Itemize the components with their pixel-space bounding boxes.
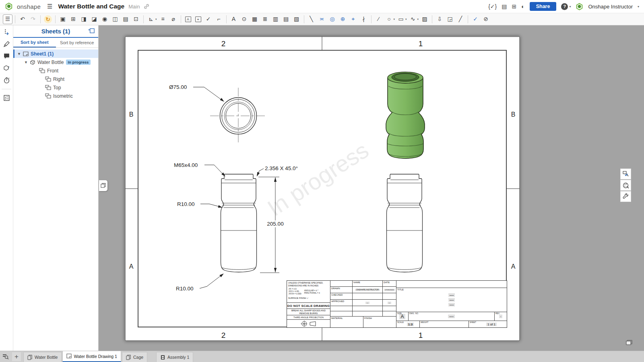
drawn-date-cell[interactable]: 07/26/2024 — [383, 287, 396, 293]
balloon-icon[interactable]: ⊙ — [239, 14, 249, 24]
tree-row-right-view[interactable]: Right — [13, 75, 98, 83]
ordinate-dimension-icon[interactable]: ≡ — [158, 14, 168, 24]
tab-sort-by-sheet[interactable]: Sort by sheet — [13, 38, 56, 47]
detail-view-icon[interactable]: ◉ — [100, 14, 109, 24]
tab-water-bottle-drawing-1[interactable]: Water Bottle Drawing 1 — [62, 351, 121, 362]
isometric-view[interactable] — [386, 72, 425, 158]
tree-row-water-bottle[interactable]: ▼ Water Bottle In progress — [13, 58, 98, 66]
sheet-overview-button[interactable] — [625, 339, 633, 348]
callout-icon[interactable]: ╲ — [307, 14, 316, 24]
material-cell[interactable]: MATERIAL — [330, 317, 363, 327]
user-name[interactable]: Onshape Instructor — [588, 4, 633, 10]
link-icon[interactable] — [144, 4, 149, 9]
finish-cell[interactable]: FINISH — [363, 317, 396, 327]
export-dxf-icon[interactable]: ⇩ — [435, 14, 444, 24]
title-value-line3[interactable]: ---- — [448, 303, 455, 306]
dwg-no-cell[interactable]: DWG. NO. ---- — [409, 312, 495, 321]
sheet-value[interactable]: 1 of 1 — [486, 323, 497, 326]
undo-icon[interactable]: ↶ — [18, 14, 27, 24]
note-icon[interactable]: A — [229, 14, 239, 24]
scale-value[interactable]: 1:3 — [407, 323, 414, 326]
insert-image-icon[interactable]: ◲ — [445, 14, 455, 24]
onshape-logo-icon[interactable] — [5, 2, 13, 10]
chevron-down-icon[interactable]: ▼ — [17, 52, 21, 56]
broken-view-icon[interactable]: ◫ — [110, 14, 120, 24]
hole-table-icon[interactable]: ▥ — [271, 14, 281, 24]
surface-finish-symbol-icon[interactable]: ✓ — [204, 14, 213, 24]
drawn-date-value[interactable]: 07/26/2024 — [384, 289, 395, 291]
geometric-tolerance-icon[interactable]: ⌖ — [195, 16, 201, 22]
follow-mode-icon[interactable] — [3, 29, 10, 35]
drawing-sheet[interactable]: In progress 2 1 2 1 B A B A — [125, 36, 520, 341]
redo-icon[interactable]: ↷ — [28, 14, 38, 24]
drawing-tools-button[interactable] — [620, 191, 631, 202]
help-menu[interactable]: ? ▾ — [561, 3, 571, 10]
tangent-line-icon[interactable]: ∤ — [359, 14, 369, 24]
top-view[interactable] — [210, 88, 266, 144]
insert-view-icon[interactable]: ▣ — [58, 14, 68, 24]
dimension-bottom-radius[interactable]: R10.00 — [176, 272, 225, 292]
sketch-rectangle-icon[interactable]: ▭ — [396, 14, 406, 24]
sketch-line-icon[interactable]: ∕ — [374, 14, 384, 24]
title-value-line1[interactable]: ---- — [448, 293, 455, 297]
rev-value[interactable]: - — [499, 315, 503, 318]
dwg-no-value[interactable]: ---- — [448, 315, 455, 318]
dimension-diameter[interactable]: Ø75.00 — [169, 84, 225, 103]
approved-date-cell[interactable]: – — [383, 300, 396, 306]
document-properties-icon[interactable]: ▤ — [502, 3, 507, 10]
right-view[interactable] — [387, 174, 423, 272]
centerline-icon[interactable]: ≍ — [317, 14, 327, 24]
add-tab-button[interactable]: + — [12, 352, 21, 361]
weight-cell[interactable]: WEIGHT — [420, 321, 469, 327]
weld-symbol-icon[interactable]: ⌐ — [214, 14, 224, 24]
break-out-section-icon[interactable]: ▤ — [121, 14, 130, 24]
checked-date-cell[interactable] — [383, 293, 396, 300]
sheets-panel-toggle-icon[interactable]: ☰ — [3, 14, 12, 24]
title-cell[interactable]: TITLE ---- ---- ---- — [396, 288, 507, 312]
user-avatar-logo-icon[interactable] — [576, 3, 583, 10]
theme-icon[interactable]: ◐ — [521, 3, 524, 10]
history-icon[interactable] — [3, 77, 10, 84]
app-store-icon[interactable]: ⊞ — [512, 3, 516, 10]
tab-sort-by-reference[interactable]: Sort by reference — [56, 38, 99, 47]
centermark-icon[interactable]: ⊕ — [338, 14, 348, 24]
tree-row-sheet1[interactable]: ▼ Sheet1 (1) — [13, 49, 98, 58]
tree-row-top-view[interactable]: Top — [13, 83, 98, 92]
approved-name-cell[interactable]: – — [353, 300, 383, 306]
dimension-icon-caret[interactable]: ▾ — [155, 18, 157, 21]
rev-cell[interactable]: REV. - — [495, 312, 507, 321]
tree-row-isometric-view[interactable]: Isometric — [13, 92, 98, 100]
dimension-check-button[interactable] — [620, 169, 631, 179]
sheet-cell[interactable]: SHEET 1 of 1 — [469, 321, 507, 327]
scale-cell[interactable]: SCALE 1:3 — [396, 321, 420, 327]
projected-view-icon[interactable]: ⊞ — [68, 14, 78, 24]
center-target-icon[interactable]: ⌖ — [349, 14, 358, 24]
revision-table-icon[interactable]: ▤ — [281, 14, 291, 24]
table-icon[interactable]: ▦ — [250, 14, 260, 24]
user-caret-icon[interactable]: ▾ — [638, 5, 639, 8]
verify-dimensions-icon[interactable]: ✓ — [471, 14, 480, 24]
panel-collapse-handle[interactable] — [99, 180, 107, 191]
help-icon[interactable]: ? — [561, 3, 568, 10]
sketch-spline-icon[interactable]: ∿ — [408, 14, 418, 24]
diameter-dimension-icon[interactable]: ⌀ — [169, 14, 178, 24]
front-view[interactable] — [221, 174, 257, 272]
search-tabs-icon[interactable] — [2, 354, 9, 360]
tree-row-front-view[interactable]: Front — [13, 66, 98, 75]
appearance-button[interactable] — [620, 180, 631, 191]
custom-tables-icon[interactable] — [3, 95, 10, 101]
hatch-icon[interactable]: ▨ — [420, 14, 429, 24]
share-button[interactable]: Share — [530, 2, 557, 11]
drawing-canvas[interactable]: In progress 2 1 2 1 B A B A — [99, 25, 644, 351]
approved-name-placeholder[interactable]: – — [365, 302, 369, 304]
dimension-thread[interactable]: M65x4.00 — [174, 162, 226, 177]
measure-icon[interactable]: ⊘ — [481, 14, 491, 24]
crop-view-icon[interactable]: ⊡ — [131, 14, 141, 24]
line-style-icon[interactable]: ╱ — [456, 14, 465, 24]
tab-assembly-1[interactable]: Assembly 1 — [156, 352, 193, 362]
sketch-circle-icon[interactable]: ○ — [384, 14, 394, 24]
add-sheet-icon[interactable] — [88, 28, 95, 34]
circular-centermark-icon[interactable]: ◎ — [328, 14, 337, 24]
featurescript-icon[interactable]: {✓} — [488, 3, 497, 10]
dimension-waist-radius[interactable]: R10.00 — [177, 201, 223, 209]
